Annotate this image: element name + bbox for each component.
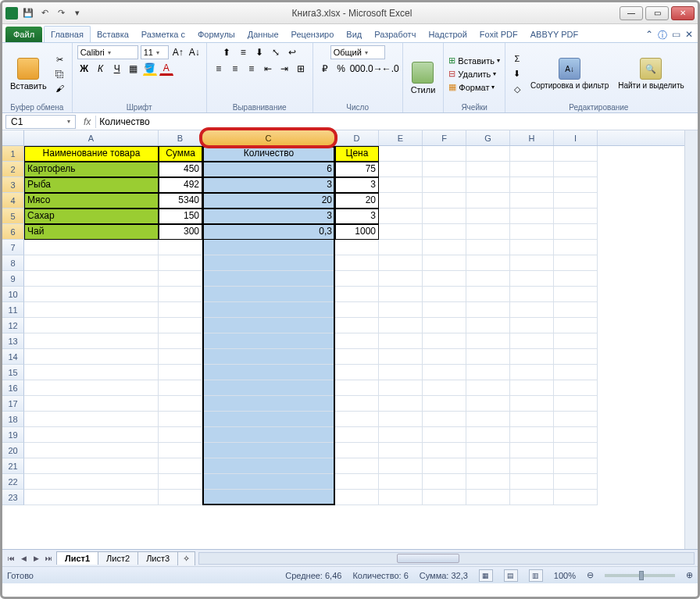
cell[interactable]	[379, 193, 423, 209]
clear-button[interactable]: ◇	[510, 84, 524, 96]
cell[interactable]	[335, 427, 379, 443]
cell[interactable]	[24, 365, 159, 380]
cell[interactable]	[423, 427, 466, 443]
cell[interactable]	[554, 458, 598, 474]
row-header[interactable]: 6	[2, 224, 24, 240]
align-bottom-button[interactable]: ⬇	[252, 45, 266, 59]
cell[interactable]: 300	[159, 224, 202, 240]
cell[interactable]	[202, 287, 335, 302]
cell[interactable]	[423, 193, 466, 209]
decrease-indent-button[interactable]: ⇤	[261, 62, 275, 76]
cell[interactable]	[335, 458, 379, 474]
cell[interactable]	[24, 474, 159, 490]
cell[interactable]	[510, 365, 554, 380]
cell[interactable]	[466, 490, 510, 505]
view-normal-button[interactable]: ▦	[479, 569, 493, 582]
view-layout-button[interactable]: ▤	[504, 569, 518, 582]
cell[interactable]: Картофель	[24, 162, 159, 177]
cell[interactable]	[379, 365, 423, 380]
cell[interactable]	[554, 209, 598, 224]
cell[interactable]	[510, 443, 554, 458]
cell[interactable]	[466, 209, 510, 224]
cell[interactable]	[379, 474, 423, 490]
cell[interactable]	[423, 287, 466, 302]
font-size-combo[interactable]: 11▾	[141, 45, 169, 59]
cell[interactable]	[510, 224, 554, 240]
view-pagebreak-button[interactable]: ▥	[529, 569, 543, 582]
cell[interactable]	[510, 396, 554, 412]
cell[interactable]	[202, 255, 335, 271]
row-header[interactable]: 2	[2, 162, 24, 177]
tab-review[interactable]: Рецензиро	[285, 27, 341, 42]
cell[interactable]	[379, 271, 423, 287]
tab-formulas[interactable]: Формулы	[191, 27, 241, 42]
cell[interactable]	[202, 318, 335, 333]
copy-button[interactable]: ⿻	[53, 68, 67, 80]
cell[interactable]	[24, 412, 159, 427]
cell[interactable]	[510, 193, 554, 209]
horizontal-scrollbar[interactable]	[198, 552, 695, 565]
cell[interactable]	[159, 396, 202, 412]
row-header[interactable]: 1	[2, 146, 24, 162]
cell[interactable]	[24, 333, 159, 349]
merge-button[interactable]: ⊞	[294, 62, 308, 76]
fill-button[interactable]: ⬇	[510, 68, 524, 80]
maximize-button[interactable]: ▭	[645, 6, 669, 20]
cell[interactable]	[159, 427, 202, 443]
row-header[interactable]: 13	[2, 333, 24, 349]
tab-layout[interactable]: Разметка с	[135, 27, 191, 42]
cell[interactable]	[335, 255, 379, 271]
italic-button[interactable]: К	[94, 62, 108, 76]
cell[interactable]	[379, 427, 423, 443]
cell[interactable]	[335, 318, 379, 333]
cell[interactable]	[202, 427, 335, 443]
cell[interactable]	[510, 287, 554, 302]
cell[interactable]	[159, 287, 202, 302]
cell[interactable]	[379, 240, 423, 255]
cell[interactable]	[554, 318, 598, 333]
column-header-D[interactable]: D	[335, 130, 379, 145]
cell[interactable]: 1000	[335, 224, 379, 240]
cell[interactable]	[335, 365, 379, 380]
decrease-decimal-button[interactable]: ←.0	[384, 62, 398, 76]
row-header[interactable]: 9	[2, 271, 24, 287]
cell[interactable]	[423, 162, 466, 177]
sheet-nav-next[interactable]: ▶	[30, 554, 41, 562]
tab-data[interactable]: Данные	[241, 27, 285, 42]
cell[interactable]	[159, 333, 202, 349]
cell[interactable]: 3	[335, 177, 379, 193]
cell[interactable]	[24, 287, 159, 302]
cell[interactable]	[159, 318, 202, 333]
cell[interactable]	[379, 177, 423, 193]
cell[interactable]	[335, 396, 379, 412]
cell[interactable]	[554, 177, 598, 193]
number-format-combo[interactable]: Общий▾	[330, 45, 385, 59]
minimize-ribbon-icon[interactable]: ⌃	[645, 29, 653, 42]
cell[interactable]	[159, 458, 202, 474]
cell[interactable]	[466, 458, 510, 474]
cell[interactable]: Мясо	[24, 193, 159, 209]
cell[interactable]	[202, 380, 335, 396]
cell[interactable]	[335, 443, 379, 458]
row-header[interactable]: 20	[2, 443, 24, 458]
cell[interactable]	[159, 443, 202, 458]
cell[interactable]	[159, 490, 202, 505]
row-header[interactable]: 21	[2, 458, 24, 474]
cell[interactable]: Количество	[202, 146, 335, 162]
cell[interactable]	[423, 365, 466, 380]
border-button[interactable]: ▦	[127, 62, 141, 76]
cell[interactable]	[379, 224, 423, 240]
cell[interactable]	[159, 474, 202, 490]
cell[interactable]	[335, 240, 379, 255]
row-header[interactable]: 22	[2, 474, 24, 490]
cell[interactable]	[379, 162, 423, 177]
cell[interactable]	[335, 474, 379, 490]
cell[interactable]: 3	[335, 209, 379, 224]
align-left-button[interactable]: ≡	[212, 62, 226, 76]
row-header[interactable]: 8	[2, 255, 24, 271]
cell[interactable]	[159, 271, 202, 287]
cell[interactable]: 20	[202, 193, 335, 209]
cell[interactable]	[510, 333, 554, 349]
cell[interactable]	[510, 146, 554, 162]
cell[interactable]	[24, 240, 159, 255]
